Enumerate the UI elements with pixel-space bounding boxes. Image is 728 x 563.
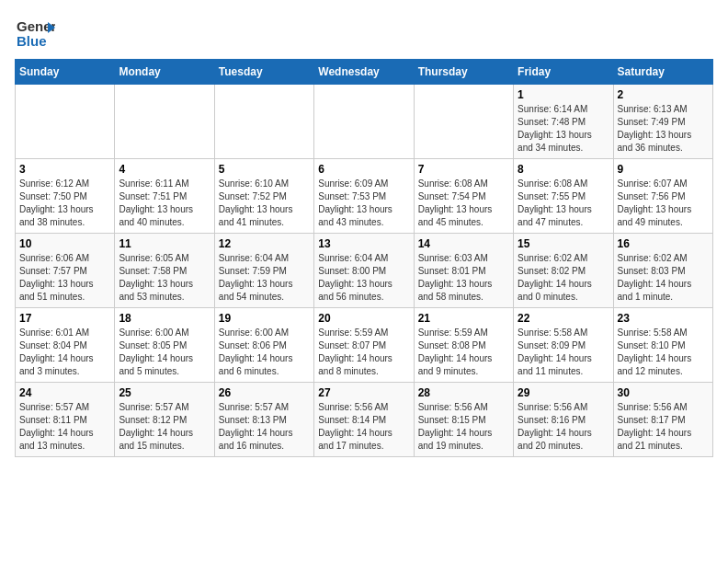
day-number: 26 [219, 386, 310, 399]
header-wednesday: Wednesday [314, 60, 414, 85]
day-info: Sunrise: 6:08 AM Sunset: 7:54 PM Dayligh… [418, 178, 509, 229]
day-info: Sunrise: 5:59 AM Sunset: 8:07 PM Dayligh… [318, 327, 409, 378]
day-info: Sunrise: 6:08 AM Sunset: 7:55 PM Dayligh… [518, 178, 609, 229]
day-number: 4 [119, 163, 210, 176]
day-number: 30 [618, 386, 709, 399]
day-info: Sunrise: 6:05 AM Sunset: 7:58 PM Dayligh… [119, 252, 210, 304]
day-info: Sunrise: 6:00 AM Sunset: 8:06 PM Dayligh… [219, 327, 310, 378]
day-info: Sunrise: 6:14 AM Sunset: 7:48 PM Dayligh… [518, 103, 609, 155]
day-info: Sunrise: 5:59 AM Sunset: 8:08 PM Dayligh… [418, 327, 509, 378]
day-number: 1 [518, 88, 609, 101]
calendar-header-row: SundayMondayTuesdayWednesdayThursdayFrid… [16, 60, 713, 85]
day-number: 14 [418, 237, 509, 250]
calendar-cell: 23Sunrise: 5:58 AM Sunset: 8:10 PM Dayli… [613, 308, 712, 383]
calendar-cell: 3Sunrise: 6:12 AM Sunset: 7:50 PM Daylig… [16, 159, 115, 234]
calendar-cell: 28Sunrise: 5:56 AM Sunset: 8:15 PM Dayli… [414, 383, 513, 457]
day-number: 3 [19, 163, 110, 176]
calendar-cell: 2Sunrise: 6:13 AM Sunset: 7:49 PM Daylig… [613, 85, 712, 159]
calendar-cell: 13Sunrise: 6:04 AM Sunset: 8:00 PM Dayli… [314, 234, 414, 308]
day-number: 22 [518, 312, 609, 325]
day-number: 29 [518, 386, 609, 399]
day-number: 12 [219, 237, 310, 250]
logo: General Blue [15, 15, 55, 50]
day-info: Sunrise: 5:56 AM Sunset: 8:14 PM Dayligh… [318, 401, 409, 453]
calendar-cell: 22Sunrise: 5:58 AM Sunset: 8:09 PM Dayli… [514, 308, 613, 383]
calendar-cell: 4Sunrise: 6:11 AM Sunset: 7:51 PM Daylig… [115, 159, 214, 234]
day-info: Sunrise: 5:57 AM Sunset: 8:11 PM Dayligh… [19, 401, 110, 453]
day-number: 15 [518, 237, 609, 250]
calendar-cell: 25Sunrise: 5:57 AM Sunset: 8:12 PM Dayli… [115, 383, 214, 457]
day-number: 28 [418, 386, 509, 399]
calendar-week-2: 3Sunrise: 6:12 AM Sunset: 7:50 PM Daylig… [16, 159, 713, 234]
day-number: 16 [618, 237, 709, 250]
day-number: 5 [219, 163, 310, 176]
calendar-cell [314, 85, 414, 159]
day-number: 10 [19, 237, 110, 250]
calendar-table: SundayMondayTuesdayWednesdayThursdayFrid… [15, 59, 713, 457]
day-info: Sunrise: 6:07 AM Sunset: 7:56 PM Dayligh… [618, 178, 709, 229]
day-number: 27 [318, 386, 409, 399]
header-friday: Friday [514, 60, 613, 85]
day-info: Sunrise: 6:12 AM Sunset: 7:50 PM Dayligh… [19, 178, 110, 229]
day-number: 19 [219, 312, 310, 325]
calendar-cell: 26Sunrise: 5:57 AM Sunset: 8:13 PM Dayli… [214, 383, 313, 457]
calendar-cell [414, 85, 513, 159]
calendar-week-3: 10Sunrise: 6:06 AM Sunset: 7:57 PM Dayli… [16, 234, 713, 308]
calendar-cell: 21Sunrise: 5:59 AM Sunset: 8:08 PM Dayli… [414, 308, 513, 383]
day-number: 18 [119, 312, 210, 325]
day-info: Sunrise: 6:02 AM Sunset: 8:03 PM Dayligh… [618, 252, 709, 304]
day-info: Sunrise: 5:58 AM Sunset: 8:09 PM Dayligh… [518, 327, 609, 378]
day-info: Sunrise: 6:11 AM Sunset: 7:51 PM Dayligh… [119, 178, 210, 229]
day-number: 17 [19, 312, 110, 325]
day-number: 11 [119, 237, 210, 250]
calendar-week-1: 1Sunrise: 6:14 AM Sunset: 7:48 PM Daylig… [16, 85, 713, 159]
day-info: Sunrise: 5:56 AM Sunset: 8:16 PM Dayligh… [518, 401, 609, 453]
calendar-cell: 8Sunrise: 6:08 AM Sunset: 7:55 PM Daylig… [514, 159, 613, 234]
day-info: Sunrise: 5:58 AM Sunset: 8:10 PM Dayligh… [618, 327, 709, 378]
calendar-cell: 11Sunrise: 6:05 AM Sunset: 7:58 PM Dayli… [115, 234, 214, 308]
calendar-cell [214, 85, 313, 159]
calendar-week-4: 17Sunrise: 6:01 AM Sunset: 8:04 PM Dayli… [16, 308, 713, 383]
calendar-cell: 18Sunrise: 6:00 AM Sunset: 8:05 PM Dayli… [115, 308, 214, 383]
header-monday: Monday [115, 60, 214, 85]
header-saturday: Saturday [613, 60, 712, 85]
calendar-cell [16, 85, 115, 159]
day-info: Sunrise: 6:10 AM Sunset: 7:52 PM Dayligh… [219, 178, 310, 229]
page-header: General Blue [15, 15, 713, 50]
day-number: 6 [318, 163, 409, 176]
calendar-cell: 29Sunrise: 5:56 AM Sunset: 8:16 PM Dayli… [514, 383, 613, 457]
day-info: Sunrise: 6:04 AM Sunset: 8:00 PM Dayligh… [318, 252, 409, 304]
calendar-cell: 30Sunrise: 5:56 AM Sunset: 8:17 PM Dayli… [613, 383, 712, 457]
logo-icon: General Blue [15, 15, 55, 50]
day-number: 23 [618, 312, 709, 325]
day-info: Sunrise: 6:04 AM Sunset: 7:59 PM Dayligh… [219, 252, 310, 304]
day-info: Sunrise: 5:56 AM Sunset: 8:15 PM Dayligh… [418, 401, 509, 453]
calendar-cell: 27Sunrise: 5:56 AM Sunset: 8:14 PM Dayli… [314, 383, 414, 457]
day-number: 7 [418, 163, 509, 176]
calendar-cell: 10Sunrise: 6:06 AM Sunset: 7:57 PM Dayli… [16, 234, 115, 308]
day-number: 2 [618, 88, 709, 101]
day-number: 8 [518, 163, 609, 176]
day-number: 20 [318, 312, 409, 325]
day-info: Sunrise: 5:57 AM Sunset: 8:12 PM Dayligh… [119, 401, 210, 453]
day-info: Sunrise: 6:13 AM Sunset: 7:49 PM Dayligh… [618, 103, 709, 155]
calendar-cell: 7Sunrise: 6:08 AM Sunset: 7:54 PM Daylig… [414, 159, 513, 234]
calendar-cell: 12Sunrise: 6:04 AM Sunset: 7:59 PM Dayli… [214, 234, 313, 308]
day-number: 25 [119, 386, 210, 399]
day-info: Sunrise: 6:03 AM Sunset: 8:01 PM Dayligh… [418, 252, 509, 304]
calendar-cell: 16Sunrise: 6:02 AM Sunset: 8:03 PM Dayli… [613, 234, 712, 308]
day-number: 9 [618, 163, 709, 176]
day-number: 13 [318, 237, 409, 250]
day-number: 24 [19, 386, 110, 399]
header-thursday: Thursday [414, 60, 513, 85]
calendar-cell: 24Sunrise: 5:57 AM Sunset: 8:11 PM Dayli… [16, 383, 115, 457]
day-info: Sunrise: 6:06 AM Sunset: 7:57 PM Dayligh… [19, 252, 110, 304]
calendar-cell: 5Sunrise: 6:10 AM Sunset: 7:52 PM Daylig… [214, 159, 313, 234]
day-number: 21 [418, 312, 509, 325]
calendar-cell: 6Sunrise: 6:09 AM Sunset: 7:53 PM Daylig… [314, 159, 414, 234]
calendar-cell: 17Sunrise: 6:01 AM Sunset: 8:04 PM Dayli… [16, 308, 115, 383]
calendar-cell: 15Sunrise: 6:02 AM Sunset: 8:02 PM Dayli… [514, 234, 613, 308]
calendar-cell: 19Sunrise: 6:00 AM Sunset: 8:06 PM Dayli… [214, 308, 313, 383]
day-info: Sunrise: 5:56 AM Sunset: 8:17 PM Dayligh… [618, 401, 709, 453]
day-info: Sunrise: 6:09 AM Sunset: 7:53 PM Dayligh… [318, 178, 409, 229]
